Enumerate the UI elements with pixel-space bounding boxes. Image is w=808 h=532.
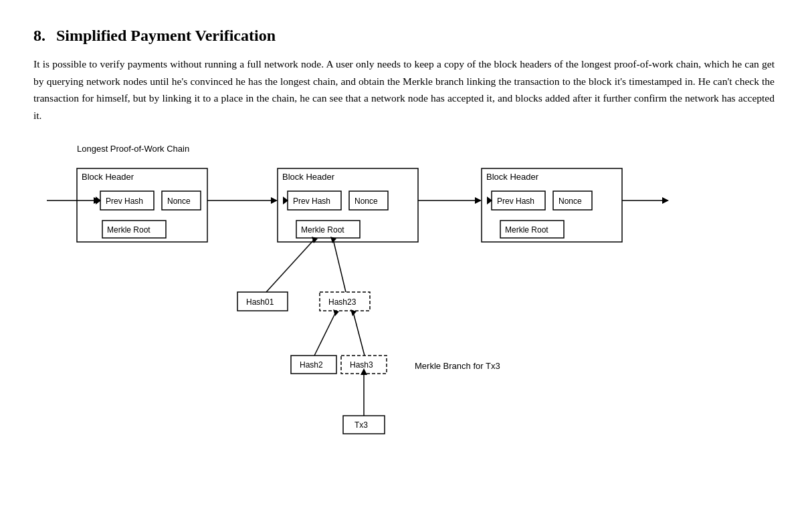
merkle-branch-label: Merkle Branch for Tx3 bbox=[415, 361, 500, 371]
svg-marker-7 bbox=[271, 197, 278, 204]
svg-marker-13 bbox=[475, 197, 482, 204]
diagram-container: Longest Proof-of-Work Chain Block Header… bbox=[33, 144, 775, 452]
hash01-label: Hash01 bbox=[246, 297, 274, 307]
block2-label: Block Header bbox=[282, 172, 335, 182]
block3-nonce: Nonce bbox=[559, 196, 582, 206]
block2-prevhash: Prev Hash bbox=[293, 196, 330, 206]
block1-nonce: Nonce bbox=[167, 196, 191, 206]
tx3-label: Tx3 bbox=[355, 420, 368, 430]
body-paragraph: It is possible to verify payments withou… bbox=[33, 55, 775, 124]
block1-prevhash: Prev Hash bbox=[106, 196, 143, 206]
block1-label: Block Header bbox=[82, 172, 134, 182]
chain-label: Longest Proof-of-Work Chain bbox=[77, 144, 775, 154]
block3-merkleroot: Merkle Root bbox=[505, 225, 548, 235]
svg-line-28 bbox=[353, 312, 365, 356]
section-heading: Simplified Payment Verification bbox=[56, 27, 276, 45]
svg-line-22 bbox=[333, 239, 346, 292]
hash2-label: Hash2 bbox=[300, 360, 323, 370]
block2-merkleroot: Merkle Root bbox=[301, 225, 344, 235]
svg-line-20 bbox=[266, 239, 314, 292]
svg-marker-19 bbox=[662, 197, 669, 204]
block2-nonce: Nonce bbox=[355, 196, 378, 206]
svg-line-26 bbox=[314, 312, 336, 356]
hash3-label: Hash3 bbox=[350, 360, 373, 370]
section-number: 8. bbox=[33, 27, 45, 45]
hash23-label: Hash23 bbox=[328, 297, 357, 307]
block1-merkleroot: Merkle Root bbox=[107, 225, 150, 235]
diagram-svg: Block Header Prev Hash Nonce Merkle Root… bbox=[33, 162, 769, 449]
block3-prevhash: Prev Hash bbox=[497, 196, 534, 206]
section-title: 8. Simplified Payment Verification bbox=[33, 27, 775, 45]
block3-label: Block Header bbox=[486, 172, 539, 182]
